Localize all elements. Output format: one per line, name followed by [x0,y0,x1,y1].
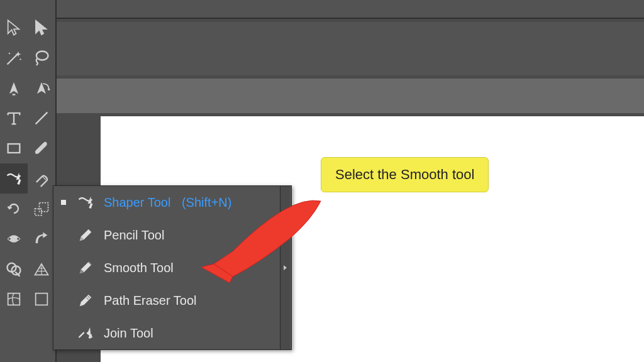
curvature-tool[interactable] [28,73,55,103]
svg-point-11 [17,238,19,240]
scale-tool[interactable] [28,194,55,224]
svg-rect-19 [36,293,48,305]
flyout-item-smooth[interactable]: Smooth Tool [53,251,291,284]
window-titlebar [57,0,644,19]
paintbrush-tool[interactable] [28,133,55,163]
rectangle-tool[interactable] [0,133,28,163]
svg-line-5 [36,112,48,124]
shape-builder-tool[interactable] [0,254,28,284]
svg-rect-18 [36,293,48,305]
svg-point-10 [8,238,11,240]
top-control-bar [57,0,644,113]
shaper-tool-flyout: Shaper Tool (Shift+N) Pencil Tool Smooth… [53,185,292,350]
tools-panel [0,0,57,362]
path-eraser-icon [75,292,96,309]
svg-rect-7 [17,179,21,185]
line-segment-tool[interactable] [28,103,55,133]
flyout-label: Smooth Tool [104,261,291,275]
flyout-item-shaper[interactable]: Shaper Tool (Shift+N) [53,186,291,219]
perspective-grid-tool[interactable] [28,254,55,284]
flyout-label: Pencil Tool [104,228,291,243]
width-tool[interactable] [0,224,28,254]
direct-selection-tool[interactable] [28,13,55,43]
selection-tool[interactable] [0,13,28,43]
flyout-label: Shaper Tool (Shift+N) [104,195,291,210]
svg-point-0 [9,53,10,54]
svg-rect-17 [8,293,20,305]
flyout-item-pencil[interactable]: Pencil Tool [53,219,291,251]
pen-tool[interactable] [0,73,28,103]
flyout-label: Join Tool [104,326,291,341]
svg-rect-3 [13,94,16,95]
smooth-icon [75,259,96,277]
svg-rect-9 [40,203,48,212]
lasso-tool[interactable] [28,43,55,73]
svg-point-2 [36,52,48,60]
type-tool[interactable] [0,103,28,133]
svg-point-4 [48,89,50,91]
callout-text: Select the Smooth tool [335,167,474,182]
flyout-label: Path Eraser Tool [104,293,291,308]
shaper-icon [75,194,96,211]
instruction-callout: Select the Smooth tool [321,157,489,192]
rotate-tool[interactable] [0,194,28,224]
shaper-tool[interactable] [0,163,28,194]
active-marker [61,200,66,205]
document-tab-bar [57,79,644,113]
svg-rect-6 [8,144,20,153]
control-panel [57,22,644,75]
flyout-item-path-eraser[interactable]: Path Eraser Tool [53,284,291,317]
mesh-tool[interactable] [0,284,28,314]
pencil-icon [75,226,96,244]
free-transform-tool[interactable] [28,224,55,254]
gradient-tool[interactable] [28,284,55,314]
eraser-tool[interactable] [28,163,55,194]
svg-point-1 [19,58,21,60]
magic-wand-tool[interactable] [0,43,28,73]
svg-rect-20 [89,203,92,209]
join-icon [75,324,96,342]
flyout-item-join[interactable]: Join Tool [53,317,291,349]
flyout-tearoff-handle[interactable] [280,186,290,349]
svg-rect-8 [35,209,42,216]
